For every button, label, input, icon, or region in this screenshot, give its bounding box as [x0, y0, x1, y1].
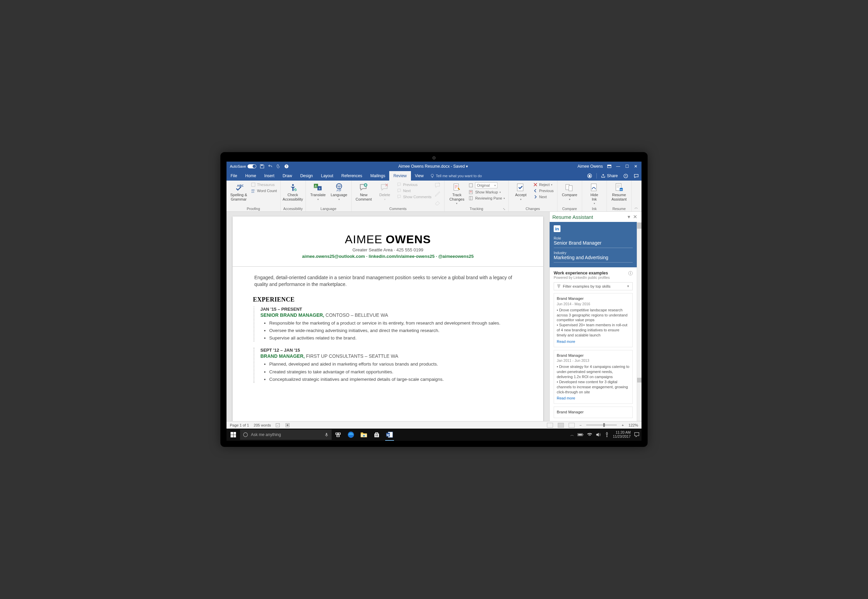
- job-entry: JAN '15 – PRESENT SENIOR BRAND MANAGER, …: [254, 307, 523, 342]
- job-bullet: Responsible for the marketing of a produ…: [269, 320, 523, 327]
- role-field[interactable]: Role Senior Brand Manager: [554, 235, 633, 248]
- tab-home[interactable]: Home: [241, 171, 260, 181]
- zoom-level[interactable]: 122%: [629, 423, 638, 427]
- tab-design[interactable]: Design: [296, 171, 317, 181]
- thesaurus-button[interactable]: Thesaurus: [250, 182, 278, 187]
- document-area[interactable]: AIMEE OWENS Greater Seattle Area · 425 5…: [226, 212, 549, 421]
- zoom-in-button[interactable]: +: [622, 423, 623, 427]
- pane-options-button[interactable]: ▾: [626, 214, 632, 220]
- previous-comment-button[interactable]: Previous: [396, 182, 432, 187]
- resume-assistant-button[interactable]: in Resume Assistant: [610, 182, 629, 201]
- tab-view[interactable]: View: [411, 171, 428, 181]
- track-changes-button[interactable]: Track Changes▾: [447, 182, 466, 205]
- tab-file[interactable]: File: [226, 171, 241, 181]
- taskbar-store[interactable]: [370, 429, 383, 441]
- reject-button[interactable]: Reject ▾: [532, 182, 554, 187]
- web-layout-button[interactable]: [569, 423, 575, 427]
- pen-tray-icon[interactable]: [605, 432, 609, 437]
- clock[interactable]: 11:20 AM11/23/2017: [613, 430, 631, 438]
- print-layout-button[interactable]: [558, 423, 564, 427]
- skype-button[interactable]: S: [584, 171, 595, 181]
- autosave-toggle[interactable]: AutoSave: [230, 164, 256, 169]
- translate-button[interactable]: あa Translate▾: [308, 182, 328, 201]
- spelling-icon: ABC: [234, 183, 243, 192]
- eraser-icon[interactable]: [434, 198, 441, 206]
- language-button[interactable]: A字 Language▾: [329, 182, 349, 201]
- maximize-button[interactable]: ☐: [625, 164, 629, 169]
- tab-review[interactable]: Review: [389, 171, 411, 181]
- compare-button[interactable]: Compare▾: [560, 182, 579, 201]
- pen-icon[interactable]: [434, 190, 441, 197]
- read-more-link[interactable]: Read more: [557, 396, 575, 401]
- history-button[interactable]: [620, 171, 631, 181]
- cortana-icon: [243, 432, 248, 437]
- accept-button[interactable]: Accept▾: [511, 182, 530, 201]
- job-bullet: Created strategies to take advantage of …: [269, 369, 523, 375]
- delete-comment-button[interactable]: Delete▾: [375, 182, 394, 201]
- pane-close-button[interactable]: ✕: [632, 214, 639, 220]
- taskbar-edge[interactable]: [344, 429, 357, 441]
- volume-icon[interactable]: [596, 432, 601, 437]
- show-markup-button[interactable]: Show Markup ▾: [468, 190, 506, 195]
- check-accessibility-button[interactable]: Check Accessibility: [284, 182, 302, 201]
- next-change-button[interactable]: Next: [532, 194, 554, 200]
- help-icon[interactable]: ?: [284, 164, 289, 169]
- cortana-search[interactable]: Ask me anything: [240, 430, 332, 440]
- action-center-icon[interactable]: [634, 432, 640, 437]
- tray-chevron-icon[interactable]: ︿: [570, 432, 574, 437]
- mic-icon[interactable]: [324, 432, 329, 437]
- tab-draw[interactable]: Draw: [278, 171, 296, 181]
- spelling-grammar-button[interactable]: ABC Spelling & Grammar: [229, 182, 248, 201]
- tell-me-box[interactable]: Tell me what you want to do: [427, 171, 482, 181]
- read-mode-button[interactable]: [547, 423, 553, 427]
- display-for-review[interactable]: Original▾: [468, 182, 506, 189]
- page-indicator[interactable]: Page 1 of 1: [230, 423, 249, 427]
- undo-icon[interactable]: [268, 164, 273, 169]
- battery-icon[interactable]: [577, 433, 584, 437]
- zoom-slider[interactable]: [586, 424, 617, 426]
- resume-links: aimee.owens25@outlook.com · linkedin.com…: [253, 254, 523, 259]
- group-comments: New Comment Delete▾ Previous Next Show C…: [352, 181, 445, 211]
- info-icon[interactable]: i: [628, 271, 633, 275]
- spellcheck-status-icon[interactable]: [276, 423, 281, 427]
- pane-scrollbar[interactable]: [637, 222, 642, 421]
- next-comment-button[interactable]: Next: [396, 188, 432, 193]
- tab-references[interactable]: References: [337, 171, 366, 181]
- new-comment-button[interactable]: New Comment: [354, 182, 373, 201]
- hide-ink-button[interactable]: Hide Ink▾: [585, 182, 604, 205]
- zoom-out-button[interactable]: −: [580, 423, 581, 427]
- taskbar-explorer[interactable]: [357, 429, 370, 441]
- wifi-icon[interactable]: [587, 432, 592, 437]
- previous-change-button[interactable]: Previous: [532, 188, 554, 193]
- word-count-button[interactable]: ABC123Word Count: [250, 188, 278, 193]
- task-view-button[interactable]: [332, 429, 344, 441]
- menu-bar: File Home Insert Draw Design Layout Refe…: [226, 171, 642, 181]
- filter-skills-dropdown[interactable]: Filter examples by top skills ▼: [554, 282, 633, 290]
- tab-mailings[interactable]: Mailings: [366, 171, 389, 181]
- macro-status-icon[interactable]: [285, 423, 290, 427]
- ribbon-display-icon[interactable]: [607, 164, 612, 169]
- document-title[interactable]: Aimee Owens Resume.docx - Saved ▾: [289, 164, 578, 169]
- touch-mode-icon[interactable]: [276, 164, 281, 169]
- job-title-line: SENIOR BRAND MANAGER, CONTOSO – BELLEVUE…: [260, 312, 523, 318]
- svg-rect-45: [377, 434, 378, 435]
- ink-comment-icon[interactable]: [434, 182, 441, 190]
- read-more-link[interactable]: Read more: [557, 339, 575, 344]
- user-name[interactable]: Aimee Owens: [577, 164, 603, 169]
- collapse-ribbon-button[interactable]: ︿: [632, 204, 641, 211]
- close-button[interactable]: ✕: [633, 164, 638, 169]
- tab-insert[interactable]: Insert: [260, 171, 278, 181]
- comments-button[interactable]: [631, 171, 642, 181]
- tab-layout[interactable]: Layout: [317, 171, 337, 181]
- reviewing-pane-button[interactable]: Reviewing Pane ▾: [468, 196, 506, 201]
- save-icon[interactable]: [260, 164, 264, 169]
- industry-field[interactable]: Industry Marketing and Advertising: [554, 249, 633, 263]
- start-button[interactable]: [226, 432, 240, 437]
- show-comments-button[interactable]: Show Comments: [396, 194, 432, 200]
- minimize-button[interactable]: —: [616, 164, 620, 169]
- share-button[interactable]: Share: [598, 171, 620, 181]
- taskbar-word[interactable]: W: [383, 429, 396, 441]
- word-count[interactable]: 205 words: [254, 423, 271, 427]
- tracking-launcher[interactable]: ⤡: [503, 207, 506, 211]
- job-entry: SEPT '12 – JAN '15 BRAND MANAGER, FIRST …: [254, 348, 523, 383]
